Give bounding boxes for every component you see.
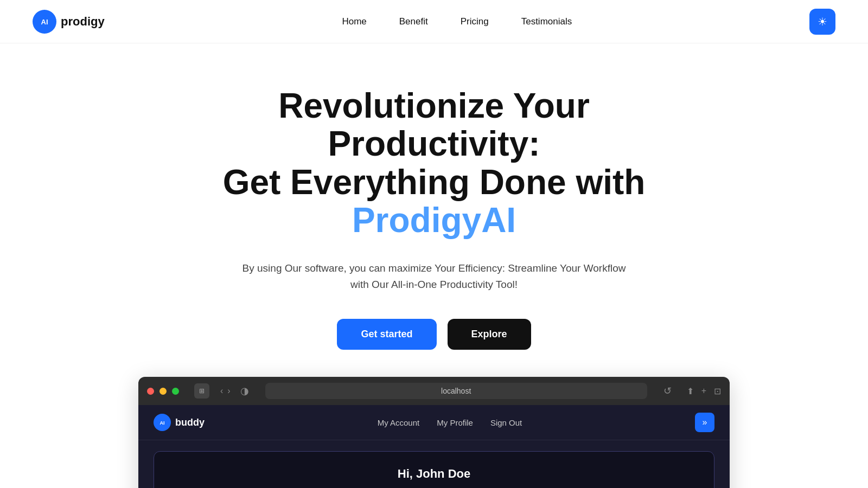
nav-link-testimonials[interactable]: Testimonials [521,16,572,27]
svg-text:AI: AI [41,18,48,26]
browser-sidebar-icon[interactable]: ⊡ [714,386,721,396]
browser-share-icon[interactable]: ⬆ [687,386,694,396]
nav-link-pricing[interactable]: Pricing [461,16,489,27]
app-logo-icon: AI [154,414,171,431]
svg-text:AI: AI [160,420,165,426]
card-greeting: Hi, John Doe [169,467,699,481]
browser-tab-icon: ⊞ [194,383,209,399]
browser-mockup: ⊞ ‹ › ◑ localhost ↺ ⬆ + ⊡ [138,377,730,488]
app-nav-sign-out[interactable]: Sign Out [490,418,522,427]
logo-text: prodigy [61,15,105,29]
hero-brand-name: ProdigyAI [190,201,678,239]
app-logo-text: buddy [175,417,205,428]
browser-minimize-dot[interactable] [159,388,167,395]
nav-link-benefit[interactable]: Benefit [399,16,428,27]
app-nav-my-account[interactable]: My Account [378,418,420,427]
app-window: AI buddy My Account My Profile Sign Out … [138,405,730,488]
browser-add-tab-icon[interactable]: + [701,386,706,396]
browser-bar: ⊞ ‹ › ◑ localhost ↺ ⬆ + ⊡ [138,377,730,405]
main-nav: AI prodigy Home Benefit Pricing Testimon… [0,0,868,43]
browser-maximize-dot[interactable] [172,388,179,395]
hero-title-line2: Get Everything Done with [223,163,646,202]
browser-reload-icon[interactable]: ↺ [663,385,672,397]
hero-title: Revolutionize Your Productivity: Get Eve… [190,87,678,240]
dashboard-card: Hi, John Doe 100units Get Units Sign Out [154,451,714,488]
browser-url-bar[interactable]: localhost [265,383,647,399]
get-started-button[interactable]: Get started [337,319,436,350]
app-nav-links: My Account My Profile Sign Out [378,418,522,427]
explore-button[interactable]: Explore [448,319,531,350]
app-theme-button[interactable]: » [695,413,714,432]
hero-title-line1: Revolutionize Your Productivity: [278,86,590,163]
hero-section: Revolutionize Your Productivity: Get Eve… [0,43,868,488]
app-nav-my-profile[interactable]: My Profile [437,418,473,427]
browser-url-text: localhost [441,387,471,395]
theme-toggle-button[interactable]: ☀ [809,9,835,35]
brightness-icon[interactable]: ◑ [240,385,249,397]
nav-link-home[interactable]: Home [342,16,366,27]
browser-back-arrow[interactable]: ‹ [220,386,223,396]
browser-nav-arrows: ‹ › [220,386,231,396]
browser-actions: ⬆ + ⊡ [687,386,721,396]
hero-subtitle: By using Our software, you can maximize … [239,260,629,293]
logo[interactable]: AI prodigy [33,10,105,34]
hero-buttons: Get started Explore [337,319,531,350]
browser-forward-arrow[interactable]: › [227,386,230,396]
browser-close-dot[interactable] [147,388,154,395]
logo-icon: AI [33,10,56,34]
nav-links: Home Benefit Pricing Testimonials [342,16,572,27]
app-nav: AI buddy My Account My Profile Sign Out … [138,405,730,440]
app-logo[interactable]: AI buddy [154,414,205,431]
